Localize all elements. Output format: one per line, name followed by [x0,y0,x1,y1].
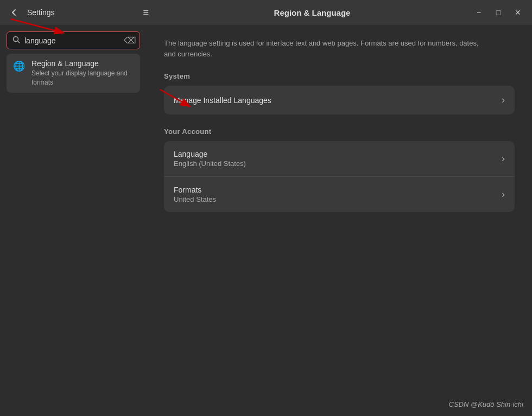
sidebar: ⌫ 🌐 Region & Language Select your displa… [0,25,147,416]
back-button[interactable] [7,5,22,20]
language-title: Language [174,150,502,158]
formats-item[interactable]: Formats United States › [164,176,515,212]
system-section-title: System [164,72,515,80]
chevron-icon: › [502,153,505,164]
main-layout: ⌫ 🌐 Region & Language Select your displa… [0,25,532,416]
search-input[interactable] [24,36,119,45]
language-item[interactable]: Language English (United States) › [164,141,515,176]
menu-button[interactable]: ≡ [138,5,153,21]
manage-installed-languages-item[interactable]: Manage Installed Languages › [164,86,515,114]
formats-title: Formats [174,185,502,194]
svg-line-1 [18,41,20,43]
maximize-button[interactable]: □ [491,5,506,20]
page-title: Region & Language [153,8,471,17]
titlebar-left: Settings ≡ [7,5,153,21]
chevron-icon: › [502,94,505,106]
titlebar: Settings ≡ Region & Language − □ ✕ [0,0,532,25]
sidebar-item-subtitle: Select your display language and formats [31,69,134,87]
sidebar-item-title: Region & Language [31,59,134,68]
clear-icon[interactable]: ⌫ [124,35,136,46]
manage-languages-title: Manage Installed Languages [174,96,502,105]
account-card-group: Language English (United States) › Forma… [164,141,515,212]
close-button[interactable]: ✕ [510,5,525,20]
app-title: Settings [27,8,55,17]
globe-icon: 🌐 [13,60,25,72]
window-controls: − □ ✕ [471,5,525,20]
language-subtitle: English (United States) [174,159,502,168]
watermark: CSDN @Kudō Shin-ichi [449,400,523,408]
sidebar-item-region-language[interactable]: 🌐 Region & Language Select your display … [7,54,140,93]
minimize-button[interactable]: − [471,5,486,20]
content-area: The language setting is used for interfa… [147,25,532,416]
search-icon [12,36,20,45]
account-section-title: Your Account [164,127,515,136]
content-description: The language setting is used for interfa… [164,38,479,59]
system-card-group: Manage Installed Languages › [164,86,515,114]
search-box[interactable]: ⌫ [7,31,140,49]
chevron-icon: › [502,189,505,200]
formats-subtitle: United States [174,195,502,203]
